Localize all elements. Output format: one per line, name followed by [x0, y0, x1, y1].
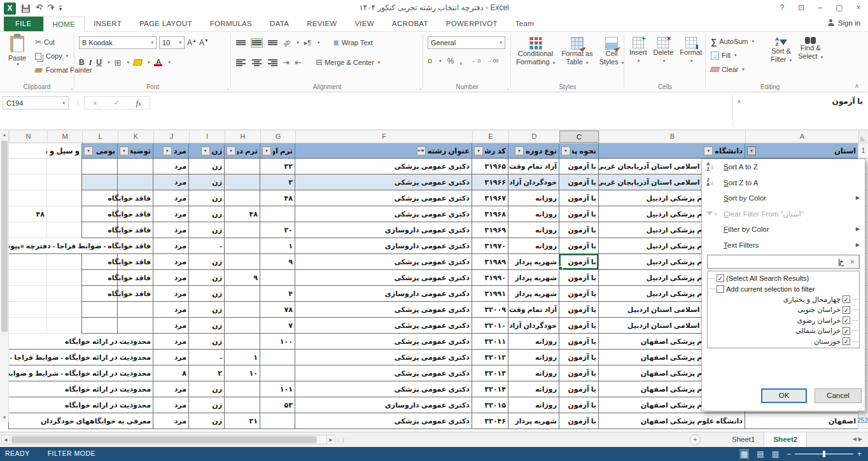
formula-value[interactable]: با آزمون — [745, 97, 868, 106]
cell-D[interactable]: روزانه — [508, 381, 559, 397]
menu-item-sort-z-to-a[interactable]: ZA↓Sort Z to A — [702, 175, 865, 191]
column-header-F[interactable]: عنوان رشته▾ — [295, 143, 472, 159]
cell-C[interactable]: با آزمون — [559, 270, 598, 286]
column-letter-H[interactable]: H — [225, 131, 260, 143]
cell-B[interactable]: دانشگاه علوم پزشکی اصفهان — [598, 413, 745, 429]
middle-align-icon[interactable] — [251, 39, 262, 47]
cell-F[interactable]: دکتری عمومی پزشکی — [295, 318, 472, 334]
cell-K[interactable]: محدودیت در ارائه خوابگاه — [8, 397, 153, 413]
cell-A[interactable]: اصفهان — [745, 413, 858, 429]
cell-K[interactable]: فاقد خوابگاه — [117, 286, 153, 302]
cell-G[interactable]: ۲۰ — [260, 222, 295, 238]
cell-E[interactable]: ۳۲۰۴۶ — [472, 413, 508, 429]
cell-I[interactable]: زن — [188, 334, 224, 350]
save-icon[interactable] — [22, 4, 30, 13]
filter-dropdown-icon[interactable]: ▾ — [704, 146, 713, 155]
horizontal-scrollbar[interactable]: ◀ ▶ ⋮⋮ — [1, 435, 340, 444]
cell-G[interactable]: ۷۸ — [260, 302, 295, 318]
orientation-icon[interactable]: ab — [282, 38, 292, 48]
cell-H[interactable] — [224, 334, 260, 350]
cell-F[interactable]: دکتری عمومی پزشکی — [295, 159, 472, 174]
vertical-scrollbar[interactable]: ▲ ▼ — [0, 131, 9, 422]
align-left-icon[interactable] — [235, 59, 246, 67]
cell-K[interactable]: فاقد خوابگاه - ضوابط فراجا - دفترچه «پیو… — [8, 238, 153, 254]
cell-N[interactable] — [8, 174, 46, 190]
font-size-combo[interactable]: 10▾ — [159, 36, 185, 49]
filter-option[interactable]: ✓خراسان شمالی — [709, 326, 858, 337]
column-letter-K[interactable]: K — [118, 131, 153, 143]
filter-dropdown-icon[interactable]: ▾ — [201, 146, 210, 155]
cell-F[interactable]: دکتری عمومی پزشکی — [295, 334, 472, 350]
menu-item-filter-by-color[interactable]: Filter by Color▶ — [702, 222, 865, 238]
close-button[interactable]: × — [849, 0, 868, 15]
cell-I[interactable]: - — [188, 350, 224, 365]
menu-item-sort-a-to-z[interactable]: AZ↓Sort A to Z — [702, 159, 865, 175]
align-center-icon[interactable] — [251, 59, 262, 67]
tab-review[interactable]: REVIEW — [298, 17, 346, 31]
underline-button[interactable]: U — [96, 58, 102, 67]
scroll-up-icon[interactable]: ▲ — [0, 131, 9, 139]
cell-D[interactable]: آزاد تمام وقت — [508, 302, 559, 318]
menu-resize-grip[interactable]: ⋰ — [858, 405, 864, 411]
cell-C[interactable]: با آزمون — [559, 334, 598, 350]
cell-I[interactable]: - — [188, 238, 224, 254]
cell-D[interactable]: شهریه پرداز — [508, 254, 559, 270]
cancel-button[interactable]: Cancel — [815, 388, 862, 403]
column-header-I[interactable]: زن▾ — [188, 143, 224, 159]
cell-I[interactable]: زن — [188, 159, 224, 174]
collapse-ribbon-icon[interactable]: ∧ — [855, 82, 859, 89]
bold-button[interactable]: B — [79, 58, 85, 67]
decrease-decimal-icon[interactable]: →.00 — [486, 58, 498, 64]
cell-D[interactable]: خودگردان آزاد — [508, 318, 559, 334]
column-header-D[interactable]: نوع دوره▾ — [508, 143, 559, 159]
filter-dropdown-icon[interactable]: ▾ — [120, 146, 129, 155]
cell-D[interactable]: روزانه — [508, 222, 559, 238]
filter-option[interactable]: ✓خراسان رضوی — [709, 315, 858, 326]
cell-K[interactable] — [117, 159, 153, 174]
delete-cells-button[interactable]: × Delete▾ — [650, 34, 677, 65]
column-letter-C[interactable]: C — [559, 131, 599, 143]
help-button[interactable]: ? — [773, 0, 792, 15]
minimize-button[interactable]: – — [811, 0, 830, 15]
cell-F[interactable]: دکتری عمومی پزشکی — [295, 365, 472, 381]
cell-D[interactable]: روزانه — [508, 190, 559, 206]
select-all-corner[interactable] — [858, 131, 868, 143]
cell-C[interactable]: با آزمون — [559, 206, 598, 222]
checkbox-icon[interactable] — [717, 285, 724, 293]
filter-dropdown-icon[interactable]: ▾ — [227, 146, 235, 155]
font-dialog-launcher[interactable]: ⌟ — [227, 85, 229, 90]
formula-input[interactable] — [153, 95, 733, 127]
column-letter-N[interactable]: N — [9, 131, 47, 143]
column-header-B[interactable]: دانشگاه▾ — [598, 143, 745, 159]
tab-insert[interactable]: INSERT — [85, 17, 130, 31]
cell-H[interactable] — [224, 238, 260, 254]
checkbox-icon[interactable]: ✓ — [843, 306, 850, 314]
cell-D[interactable]: روزانه — [508, 334, 559, 350]
cell-D[interactable]: شهریه پرداز — [508, 286, 559, 302]
cell-E[interactable]: ۳۱۹۶۷ — [472, 190, 508, 206]
cell-H[interactable]: ۱ — [224, 350, 260, 365]
sheet-tab-sheet2[interactable]: Sheet2 — [764, 432, 807, 447]
cell-I[interactable]: زن — [188, 174, 224, 190]
cell-N[interactable] — [8, 318, 46, 334]
cell-H[interactable]: ۹ — [224, 270, 260, 286]
cell-G[interactable]: ۴ — [260, 286, 295, 302]
cell-K[interactable]: معرفی به خوابگاههای خودگردان — [8, 413, 153, 429]
cell-C[interactable]: با آزمون — [559, 381, 598, 397]
formula-bar-collapse-icon[interactable]: ∧ — [733, 97, 745, 106]
filter-search-box[interactable]: خ × — [707, 255, 860, 269]
cell-F[interactable]: دکتری عمومی داروسازی — [295, 286, 472, 302]
cell-L[interactable] — [81, 286, 117, 302]
cell-J[interactable]: مرد — [153, 206, 188, 222]
restore-button[interactable]: ▢ — [830, 0, 849, 15]
cell-F[interactable]: دکتری عمومی پزشکی — [295, 350, 472, 365]
vertical-scroll-thumb[interactable] — [1, 141, 8, 332]
cell-D[interactable]: شهریه پرداز — [508, 270, 559, 286]
column-header-L[interactable]: بومی گزینی▾ — [81, 143, 117, 159]
cell-N[interactable] — [8, 222, 46, 238]
cell-C[interactable]: با آزمون — [559, 350, 598, 365]
tab-file[interactable]: FILE — [4, 17, 43, 31]
normal-view-icon[interactable]: ▦ — [739, 449, 749, 459]
cell-H[interactable] — [224, 190, 260, 206]
cell-J[interactable]: مرد — [153, 159, 188, 174]
